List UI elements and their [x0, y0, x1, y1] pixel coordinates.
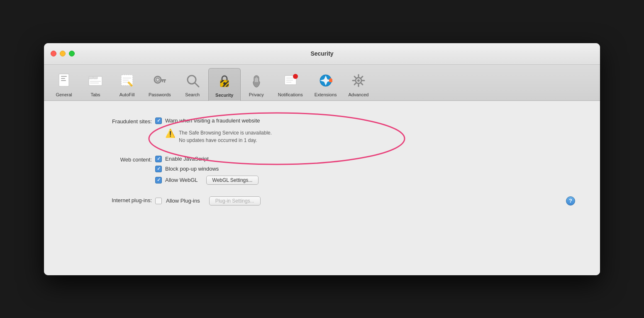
- internet-plugins-row: Internet plug-ins: ✓ Allow Plug-ins Plug…: [69, 196, 575, 205]
- tab-privacy[interactable]: Privacy: [241, 68, 272, 100]
- warning-text: The Safe Browsing Service is unavailable…: [179, 129, 272, 144]
- svg-rect-30: [256, 77, 257, 82]
- tab-general[interactable]: General: [48, 68, 80, 100]
- popup-row: ✓ Block pop-up windows: [155, 166, 259, 172]
- extensions-icon: [316, 71, 336, 91]
- warning-block: ⚠️ The Safe Browsing Service is unavaila…: [165, 129, 272, 144]
- svg-rect-5: [89, 76, 93, 79]
- warning-icon: ⚠️: [165, 128, 176, 138]
- svg-point-41: [357, 79, 360, 82]
- toolbar: General Tabs: [44, 65, 600, 101]
- javascript-label: Enable JavaScript: [165, 156, 209, 162]
- tab-passwords-label: Passwords: [149, 92, 171, 97]
- fraudulent-sites-controls: ✓ Warn when visiting a fraudulent websit…: [155, 117, 272, 144]
- svg-rect-6: [93, 76, 98, 79]
- security-icon: [215, 71, 234, 91]
- tab-tabs[interactable]: Tabs: [80, 68, 111, 100]
- advanced-icon: [349, 71, 368, 91]
- tab-tabs-label: Tabs: [90, 92, 100, 97]
- svg-rect-39: [330, 78, 332, 80]
- web-content-label: Web content:: [69, 156, 152, 163]
- tab-advanced[interactable]: Advanced: [343, 68, 375, 100]
- tab-notifications-label: Notifications: [278, 92, 303, 97]
- popup-label: Block pop-up windows: [165, 166, 219, 172]
- tab-privacy-label: Privacy: [249, 92, 264, 97]
- web-content-controls: ✓ Enable JavaScript ✓ Block pop-up windo…: [155, 156, 259, 185]
- close-button[interactable]: [51, 51, 56, 56]
- minimize-button[interactable]: [60, 51, 66, 56]
- popup-checkbox[interactable]: ✓: [155, 166, 162, 172]
- svg-line-21: [195, 83, 199, 87]
- javascript-checkbox[interactable]: ✓: [155, 156, 162, 162]
- allow-plugins-checkbox[interactable]: ✓: [155, 198, 162, 204]
- privacy-icon: [246, 71, 266, 91]
- tab-general-label: General: [56, 92, 72, 97]
- fraudulent-sites-row: Fraudulent sites: ✓ Warn when visiting a…: [69, 117, 575, 144]
- warn-checkbox-row: ✓ Warn when visiting a fraudulent websit…: [155, 117, 272, 124]
- tab-autofill-label: AutoFill: [120, 92, 135, 97]
- internet-plugins-label: Internet plug-ins:: [69, 196, 152, 203]
- traffic-lights: [51, 51, 75, 56]
- plugin-settings-button[interactable]: Plug-in Settings...: [209, 196, 261, 205]
- js-check-icon: ✓: [157, 157, 161, 161]
- tab-notifications[interactable]: Notifications: [272, 68, 309, 100]
- warning-line2: No updates have occurred in 1 day.: [179, 137, 257, 143]
- svg-rect-1: [61, 76, 67, 77]
- tabs-icon: [85, 71, 105, 91]
- fraudulent-sites-label: Fraudulent sites:: [69, 117, 152, 125]
- svg-line-46: [354, 76, 356, 78]
- svg-rect-18: [164, 81, 165, 83]
- svg-point-15: [154, 76, 161, 83]
- svg-line-47: [361, 83, 363, 85]
- passwords-icon: [150, 71, 170, 91]
- svg-line-49: [354, 83, 356, 85]
- maximize-button[interactable]: [69, 51, 75, 56]
- webgl-label: Allow WebGL: [165, 177, 198, 183]
- webgl-check-icon: ✓: [157, 178, 161, 182]
- tab-search[interactable]: Search: [177, 68, 208, 100]
- window-title: Security: [310, 50, 333, 57]
- titlebar: Security: [44, 43, 600, 65]
- help-button[interactable]: ?: [566, 196, 575, 205]
- webgl-checkbox[interactable]: ✓: [155, 177, 162, 183]
- svg-rect-29: [257, 78, 258, 82]
- svg-point-27: [223, 82, 226, 85]
- warn-checkbox-label: Warn when visiting a fraudulent website: [165, 117, 260, 124]
- tab-extensions-label: Extensions: [315, 92, 337, 97]
- webgl-settings-button[interactable]: WebGL Settings...: [206, 176, 259, 185]
- tab-security[interactable]: Security: [208, 68, 241, 101]
- allow-plugins-label: Allow Plug-ins: [166, 198, 200, 204]
- svg-rect-17: [160, 79, 166, 81]
- search-icon: [183, 71, 202, 91]
- notifications-icon: [281, 71, 300, 91]
- web-content-row: Web content: ✓ Enable JavaScript ✓ Block…: [69, 156, 575, 185]
- svg-rect-3: [61, 80, 66, 81]
- webgl-row: ✓ Allow WebGL WebGL Settings...: [155, 176, 259, 185]
- tab-security-label: Security: [215, 93, 233, 98]
- javascript-row: ✓ Enable JavaScript: [155, 156, 259, 162]
- autofill-icon: [117, 71, 137, 91]
- general-icon: [54, 71, 74, 91]
- tab-autofill[interactable]: AutoFill: [111, 68, 143, 100]
- svg-point-16: [156, 78, 159, 81]
- tab-passwords[interactable]: Passwords: [143, 68, 177, 100]
- warn-checkbox[interactable]: ✓: [155, 117, 162, 124]
- svg-rect-19: [162, 81, 163, 82]
- svg-point-35: [293, 74, 298, 79]
- warn-check-icon: ✓: [157, 118, 161, 123]
- settings-section: Fraudulent sites: ✓ Warn when visiting a…: [69, 117, 575, 205]
- warning-line1: The Safe Browsing Service is unavailable…: [179, 130, 272, 136]
- popup-check-icon: ✓: [157, 166, 161, 171]
- svg-rect-28: [255, 78, 256, 82]
- tab-extensions[interactable]: Extensions: [309, 68, 343, 100]
- preferences-window: Security General: [44, 43, 600, 275]
- plugin-controls: ✓ Allow Plug-ins Plug-in Settings...: [155, 196, 566, 205]
- tab-advanced-label: Advanced: [349, 92, 369, 97]
- svg-rect-2: [61, 78, 65, 79]
- tab-search-label: Search: [185, 92, 200, 97]
- plugin-controls-row: ✓ Allow Plug-ins Plug-in Settings... ?: [155, 196, 575, 205]
- content-area: Fraudulent sites: ✓ Warn when visiting a…: [44, 101, 600, 275]
- svg-line-48: [361, 76, 363, 78]
